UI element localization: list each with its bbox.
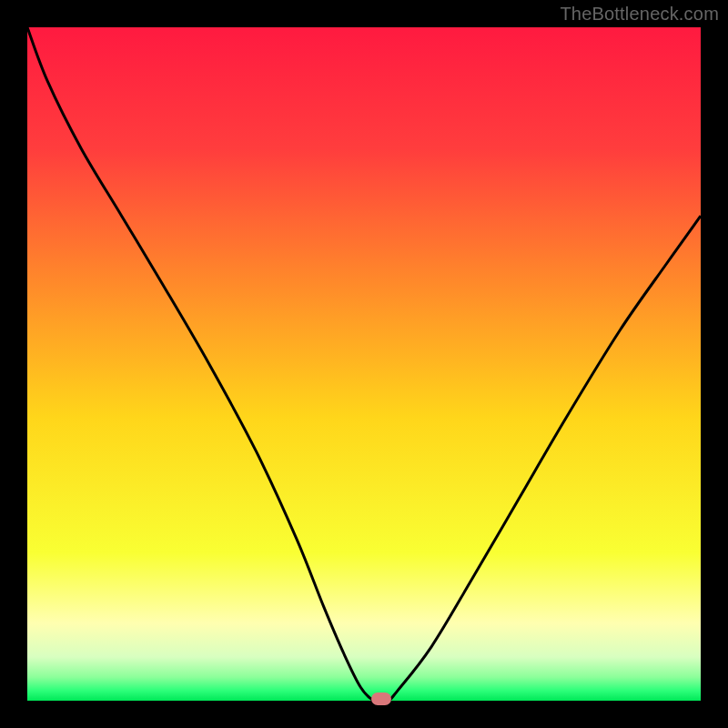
chart-stage: TheBottleneck.com xyxy=(0,0,728,728)
attribution-label: TheBottleneck.com xyxy=(560,4,719,25)
plot-area xyxy=(27,27,701,701)
plot-svg xyxy=(27,27,701,701)
optimum-marker xyxy=(371,693,391,705)
